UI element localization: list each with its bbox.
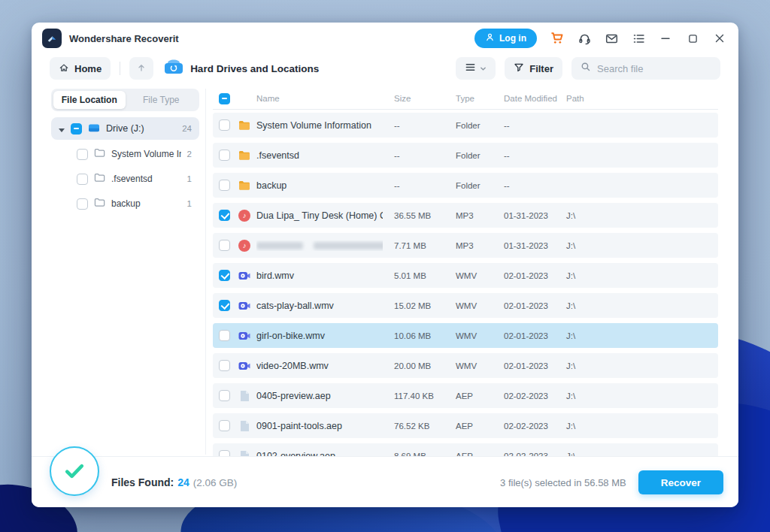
file-size: 7.71 MB: [383, 241, 447, 250]
music-note-icon: ♪: [238, 210, 250, 222]
table-row[interactable]: 0405-preview.aep 117.40 KB AEP 02-02-202…: [213, 383, 718, 408]
tree-item-count: 24: [182, 124, 192, 133]
folder-outline-icon: [94, 147, 105, 161]
table-row[interactable]: ♪ 7.71 MB MP3 01-31-2023 J:\: [213, 233, 718, 258]
tree-item-folder[interactable]: System Volume Inform... 2: [51, 144, 199, 165]
maximize-icon[interactable]: [686, 32, 699, 45]
table-row[interactable]: .fseventsd -- Folder --: [213, 143, 718, 168]
file-date-modified: --: [496, 181, 559, 190]
files-found-summary: Files Found: 24 (2.06 GB): [111, 457, 237, 507]
file-path: J:\: [559, 301, 718, 310]
caret-down-icon[interactable]: [59, 122, 65, 135]
file-type-icon: [238, 420, 250, 432]
row-checkbox[interactable]: [219, 330, 230, 341]
row-checkbox[interactable]: [219, 240, 230, 251]
file-date-modified: 01-31-2023: [496, 211, 559, 220]
drive-checkbox[interactable]: [71, 123, 82, 135]
row-checkbox[interactable]: [219, 360, 230, 371]
recover-button[interactable]: Recover: [638, 470, 723, 494]
file-path: J:\: [559, 331, 718, 340]
file-name: backup: [256, 180, 383, 191]
tree-item-folder[interactable]: .fseventsd 1: [51, 168, 199, 189]
tree-item-label: Drive (J:): [106, 123, 144, 134]
row-checkbox[interactable]: [219, 450, 230, 456]
row-checkbox[interactable]: [219, 390, 230, 401]
file-date-modified: 02-02-2023: [496, 422, 559, 431]
navigate-up-button[interactable]: [129, 57, 153, 80]
file-size: --: [383, 181, 447, 190]
tree-item-count: 2: [187, 150, 192, 159]
file-table-body: System Volume Information -- Folder -- .…: [213, 113, 718, 456]
cart-icon[interactable]: [550, 32, 564, 45]
view-options-button[interactable]: [456, 57, 496, 80]
tree-item-label: backup: [111, 198, 141, 209]
files-found-label: Files Found:: [111, 476, 174, 488]
file-type: WMV: [447, 331, 496, 340]
recoverit-logo-icon: [42, 29, 62, 48]
table-row[interactable]: cats-play-ball.wmv 15.02 MB WMV 02-01-20…: [213, 293, 718, 318]
row-checkbox[interactable]: [219, 210, 230, 221]
select-all-checkbox[interactable]: [219, 93, 230, 104]
file-date-modified: 02-01-2023: [496, 301, 559, 310]
row-checkbox[interactable]: [219, 270, 230, 281]
table-row[interactable]: backup -- Folder --: [213, 173, 718, 198]
file-name: [256, 240, 383, 251]
column-date-modified: Date Modified: [496, 94, 559, 103]
close-icon[interactable]: [713, 32, 726, 45]
table-row[interactable]: video-20MB.wmv 20.00 MB WMV 02-01-2023 J…: [213, 353, 718, 378]
row-checkbox[interactable]: [219, 150, 230, 161]
row-checkbox[interactable]: [219, 300, 230, 311]
file-type-icon: [238, 330, 250, 342]
titlebar: Wondershare Recoverit Log in: [32, 23, 738, 54]
table-row[interactable]: bird.wmv 5.01 MB WMV 02-01-2023 J:\: [213, 263, 718, 288]
table-row[interactable]: 0901-paint-tools.aep 76.52 KB AEP 02-02-…: [213, 413, 718, 438]
row-checkbox[interactable]: [219, 180, 230, 191]
table-row[interactable]: ♪ Dua Lipa_ Tiny Desk (Home) Co... 36.55…: [213, 203, 718, 228]
filter-button[interactable]: Filter: [505, 57, 562, 80]
table-row[interactable]: System Volume Information -- Folder --: [213, 113, 718, 138]
tree-item-drive[interactable]: Drive (J:) 24: [51, 117, 199, 140]
tree-item-folder[interactable]: backup 1: [51, 193, 199, 214]
row-checkbox[interactable]: [219, 119, 230, 131]
search-input[interactable]: [597, 63, 702, 74]
support-headset-icon[interactable]: [578, 32, 591, 45]
home-label: Home: [74, 63, 102, 74]
table-row[interactable]: girl-on-bike.wmv 10.06 MB WMV 02-01-2023…: [213, 323, 718, 348]
file-name: girl-on-bike.wmv: [256, 331, 383, 341]
file-type-icon: [238, 270, 250, 282]
search-icon: [581, 62, 591, 75]
file-name: System Volume Information: [256, 120, 383, 131]
folder-checkbox[interactable]: [77, 198, 88, 210]
file-type-icon: [238, 119, 250, 131]
minimize-icon[interactable]: [659, 32, 672, 45]
login-button[interactable]: Log in: [474, 29, 537, 48]
tab-file-location[interactable]: File Location: [53, 91, 126, 109]
file-date-modified: --: [496, 151, 559, 160]
mail-icon[interactable]: [605, 32, 618, 45]
table-row[interactable]: 0102-overview.aep 8.69 MB AEP 02-02-2023…: [213, 443, 718, 456]
folder-outline-icon: [94, 172, 105, 186]
row-checkbox[interactable]: [219, 420, 230, 431]
toolbar: Home Hard Drives and Locations: [32, 56, 738, 81]
file-path: J:\: [559, 241, 718, 250]
folder-checkbox[interactable]: [77, 174, 88, 185]
files-found-count: 24: [177, 476, 189, 488]
column-size: Size: [383, 94, 447, 103]
selection-summary: 3 file(s) selected in 56.58 MB: [500, 477, 626, 488]
drive-icon: [88, 122, 100, 136]
file-date-modified: 02-02-2023: [496, 391, 559, 401]
tab-file-type[interactable]: File Type: [126, 91, 198, 109]
folder-checkbox[interactable]: [77, 149, 88, 160]
scan-complete-check-icon: [50, 446, 99, 496]
menu-list-icon[interactable]: [632, 32, 645, 45]
header-divider: [213, 109, 718, 110]
file-name: bird.wmv: [256, 271, 383, 281]
chevron-down-icon: [480, 63, 487, 74]
file-type-icon: [238, 390, 250, 402]
file-size: --: [383, 121, 447, 130]
tree-item-label: .fseventsd: [111, 174, 153, 184]
file-type-icon: [238, 180, 250, 192]
home-button[interactable]: Home: [50, 57, 111, 80]
file-date-modified: 01-31-2023: [496, 241, 559, 250]
file-type: Folder: [447, 121, 496, 130]
